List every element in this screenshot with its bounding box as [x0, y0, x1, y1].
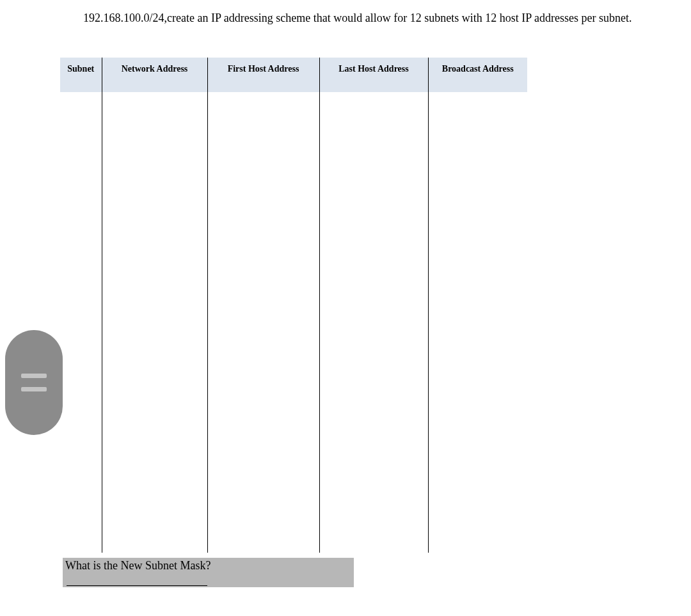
table-cell[interactable]	[102, 476, 207, 514]
table-row	[60, 169, 527, 207]
col-header-last-host: Last Host Address	[319, 58, 428, 92]
table-row	[60, 207, 527, 246]
table-row	[60, 284, 527, 322]
table-cell[interactable]	[207, 207, 319, 246]
table-cell[interactable]	[60, 399, 102, 438]
table-row	[60, 514, 527, 553]
table-cell[interactable]	[207, 476, 319, 514]
table-cell[interactable]	[319, 92, 428, 130]
table-cell[interactable]	[207, 361, 319, 399]
table-cell[interactable]	[102, 322, 207, 361]
table-cell[interactable]	[207, 246, 319, 284]
table-cell[interactable]	[207, 438, 319, 476]
table-cell[interactable]	[319, 207, 428, 246]
col-header-broadcast: Broadcast Address	[428, 58, 527, 92]
side-handle-widget[interactable]	[5, 330, 63, 435]
table-cell[interactable]	[428, 207, 527, 246]
table-cell[interactable]	[428, 130, 527, 169]
handle-bar-icon	[21, 374, 47, 378]
table-cell[interactable]	[60, 284, 102, 322]
col-header-first-host: First Host Address	[207, 58, 319, 92]
table-cell[interactable]	[428, 92, 527, 130]
col-header-subnet: Subnet	[60, 58, 102, 92]
table-cell[interactable]	[207, 284, 319, 322]
table-cell[interactable]	[428, 361, 527, 399]
table-row	[60, 399, 527, 438]
table-cell[interactable]	[207, 92, 319, 130]
table-cell[interactable]	[60, 514, 102, 553]
col-header-network: Network Address	[102, 58, 207, 92]
table-cell[interactable]	[102, 246, 207, 284]
table-cell[interactable]	[319, 438, 428, 476]
table-cell[interactable]	[319, 361, 428, 399]
table-cell[interactable]	[60, 207, 102, 246]
table-header-row: Subnet Network Address First Host Addres…	[60, 58, 527, 92]
table-cell[interactable]	[319, 130, 428, 169]
subnet-mask-question: What is the New Subnet Mask?	[63, 558, 354, 587]
subnet-table: Subnet Network Address First Host Addres…	[60, 58, 527, 553]
table-cell[interactable]	[102, 130, 207, 169]
table-cell[interactable]	[428, 399, 527, 438]
table-row	[60, 476, 527, 514]
table-cell[interactable]	[60, 169, 102, 207]
table-cell[interactable]	[60, 438, 102, 476]
table-cell[interactable]	[60, 130, 102, 169]
table-row	[60, 438, 527, 476]
table-cell[interactable]	[428, 514, 527, 553]
table-cell[interactable]	[102, 169, 207, 207]
table-cell[interactable]	[319, 514, 428, 553]
table-cell[interactable]	[207, 322, 319, 361]
table-cell[interactable]	[102, 207, 207, 246]
table-cell[interactable]	[207, 514, 319, 553]
table-cell[interactable]	[428, 169, 527, 207]
table-row	[60, 361, 527, 399]
problem-statement: 192.168.100.0/24,create an IP addressing…	[83, 12, 632, 25]
table-cell[interactable]	[60, 246, 102, 284]
table-cell[interactable]	[102, 284, 207, 322]
table-cell[interactable]	[428, 476, 527, 514]
table-cell[interactable]	[102, 438, 207, 476]
table-row	[60, 130, 527, 169]
table-cell[interactable]	[428, 438, 527, 476]
table-cell[interactable]	[319, 284, 428, 322]
table-cell[interactable]	[102, 514, 207, 553]
table-cell[interactable]	[428, 246, 527, 284]
table-cell[interactable]	[428, 284, 527, 322]
table-cell[interactable]	[207, 399, 319, 438]
mask-answer-blank[interactable]	[67, 585, 207, 586]
table-cell[interactable]	[207, 130, 319, 169]
table-cell[interactable]	[319, 322, 428, 361]
table-row	[60, 92, 527, 130]
table-cell[interactable]	[428, 322, 527, 361]
table-row	[60, 246, 527, 284]
table-cell[interactable]	[102, 399, 207, 438]
table-cell[interactable]	[319, 246, 428, 284]
table-cell[interactable]	[60, 322, 102, 361]
table-cell[interactable]	[319, 399, 428, 438]
mask-question-text: What is the New Subnet Mask?	[65, 559, 210, 572]
table-cell[interactable]	[319, 169, 428, 207]
table-row	[60, 322, 527, 361]
table-cell[interactable]	[60, 361, 102, 399]
table-body	[60, 92, 527, 553]
table-cell[interactable]	[60, 476, 102, 514]
table-cell[interactable]	[102, 92, 207, 130]
handle-bar-icon	[21, 387, 47, 391]
table-cell[interactable]	[60, 92, 102, 130]
table-cell[interactable]	[207, 169, 319, 207]
table-cell[interactable]	[102, 361, 207, 399]
table-cell[interactable]	[319, 476, 428, 514]
